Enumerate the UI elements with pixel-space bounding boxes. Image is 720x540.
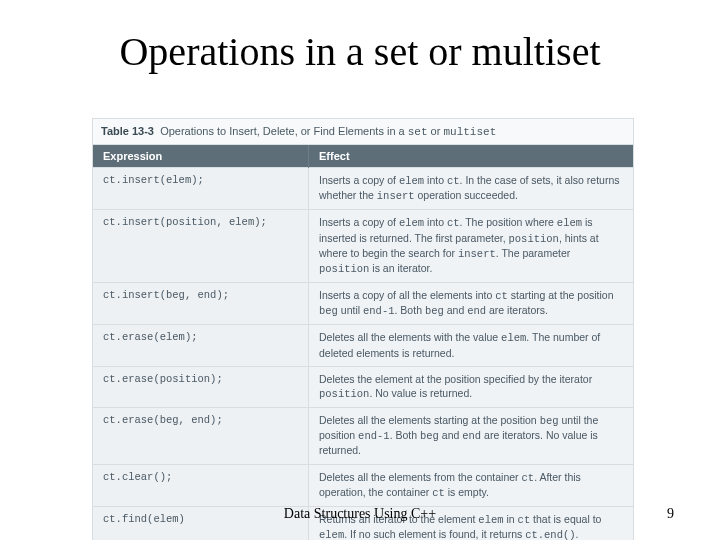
effect-cell: Deletes all the elements with the value … (309, 325, 634, 366)
table-header-row: Expression Effect (93, 145, 633, 168)
effect-cell: Deletes all the elements starting at the… (309, 408, 634, 465)
effect-cell: Deletes the element at the position spec… (309, 366, 634, 407)
table-row: ct.insert(elem);Inserts a copy of elem i… (93, 168, 633, 210)
operations-table-wrap: Table 13-3 Operations to Insert, Delete,… (92, 118, 634, 540)
table-caption-text: Operations to Insert, Delete, or Find El… (160, 125, 408, 137)
col-expression: Expression (93, 145, 309, 168)
caption-code-set: set (408, 126, 428, 138)
table-caption: Table 13-3 Operations to Insert, Delete,… (93, 119, 633, 145)
table-row: ct.clear();Deletes all the elements from… (93, 464, 633, 506)
effect-cell: Deletes all the elements from the contai… (309, 464, 634, 506)
expression-cell: ct.erase(position); (93, 366, 309, 407)
caption-or: or (428, 125, 444, 137)
table-row: ct.erase(beg, end);Deletes all the eleme… (93, 408, 633, 465)
expression-cell: ct.insert(elem); (93, 168, 309, 210)
table-row: ct.insert(position, elem);Inserts a copy… (93, 210, 633, 283)
effect-cell: Inserts a copy of elem into ct. In the c… (309, 168, 634, 210)
footer-text: Data Structures Using C++ (0, 506, 720, 522)
slide-title: Operations in a set or multiset (0, 28, 720, 75)
operations-table: Expression Effect ct.insert(elem);Insert… (93, 145, 633, 540)
expression-cell: ct.clear(); (93, 464, 309, 506)
slide: Operations in a set or multiset Table 13… (0, 0, 720, 540)
table-row: ct.erase(elem);Deletes all the elements … (93, 325, 633, 366)
table-number: Table 13-3 (101, 125, 154, 137)
effect-cell: Inserts a copy of all the elements into … (309, 283, 634, 325)
table-row: ct.insert(beg, end);Inserts a copy of al… (93, 283, 633, 325)
col-effect: Effect (309, 145, 634, 168)
expression-cell: ct.insert(beg, end); (93, 283, 309, 325)
page-number: 9 (667, 506, 674, 522)
caption-code-multiset: multiset (443, 126, 496, 138)
effect-cell: Inserts a copy of elem into ct. The posi… (309, 210, 634, 283)
table-row: ct.erase(position);Deletes the element a… (93, 366, 633, 407)
expression-cell: ct.erase(beg, end); (93, 408, 309, 465)
expression-cell: ct.erase(elem); (93, 325, 309, 366)
expression-cell: ct.insert(position, elem); (93, 210, 309, 283)
